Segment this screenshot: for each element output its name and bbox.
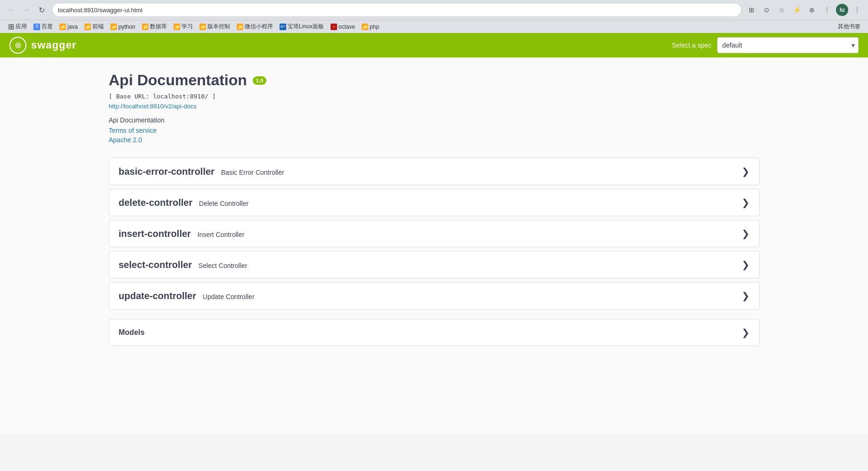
controller-item-insert[interactable]: insert-controller Insert Controller ❯ bbox=[109, 220, 760, 247]
controller-item-delete[interactable]: delete-controller Delete Controller ❯ bbox=[109, 189, 760, 216]
bookmark-study[interactable]: 📁 学习 bbox=[171, 22, 196, 32]
puzzle-icon[interactable]: ⊕ bbox=[806, 4, 818, 16]
chevron-right-icon-insert: ❯ bbox=[742, 228, 750, 239]
bookmark-study-label: 学习 bbox=[182, 23, 193, 31]
bookmark-baidu-label: 百度 bbox=[41, 23, 53, 31]
bookmark-bt[interactable]: BT 宝塔Linux面板 bbox=[277, 22, 327, 32]
reload-button[interactable]: ↻ bbox=[35, 3, 48, 16]
python-folder-icon: 📁 bbox=[110, 24, 117, 30]
bookmark-other[interactable]: 其他书签 bbox=[835, 22, 863, 32]
controller-name-delete: delete-controller bbox=[119, 197, 193, 208]
user-avatar[interactable]: lu bbox=[836, 4, 848, 16]
controller-desc-update: Update Controller bbox=[203, 293, 255, 300]
php-folder-icon: 📁 bbox=[362, 24, 368, 30]
controller-name-group-delete: delete-controller Delete Controller bbox=[119, 197, 249, 208]
bookmark-wechat-label: 微信小程序 bbox=[245, 23, 273, 31]
nav-buttons: ← → ↻ bbox=[5, 3, 48, 16]
controller-row-delete: delete-controller Delete Controller ❯ bbox=[109, 189, 759, 216]
controller-item-select[interactable]: select-controller Select Controller ❯ bbox=[109, 251, 760, 278]
controller-name-update: update-controller bbox=[119, 291, 196, 301]
forward-button[interactable]: → bbox=[20, 3, 33, 16]
swagger-logo-icon: ⊕ bbox=[9, 37, 26, 54]
bookmark-apps-label: 应用 bbox=[16, 23, 27, 31]
lightning-icon[interactable]: ⚡ bbox=[791, 4, 803, 16]
bookmark-octave[interactable]: 🔸 octave bbox=[328, 23, 358, 31]
bookmark-version[interactable]: 📁 版本控制 bbox=[197, 22, 233, 32]
star-icon[interactable]: ☆ bbox=[776, 4, 788, 16]
controller-item-basic-error[interactable]: basic-error-controller Basic Error Contr… bbox=[109, 158, 760, 185]
controller-item-update[interactable]: update-controller Update Controller ❯ bbox=[109, 282, 760, 309]
browser-chrome: ← → ↻ localhost:8910/swagger-ui.html ⊞ ⊙… bbox=[0, 0, 868, 33]
controller-row-update: update-controller Update Controller ❯ bbox=[109, 283, 759, 309]
apps-icon: ⊞ bbox=[8, 24, 14, 30]
bookmark-python-label: python bbox=[118, 24, 135, 30]
version-folder-icon: 📁 bbox=[199, 24, 206, 30]
version-badge: 1.0 bbox=[253, 76, 266, 85]
menu-icon[interactable]: ⋮ bbox=[821, 4, 833, 16]
bookmark-frontend[interactable]: 📁 前端 bbox=[82, 22, 107, 32]
swagger-logo: ⊕ swagger bbox=[9, 37, 672, 54]
controller-desc-select: Select Controller bbox=[198, 262, 248, 269]
controller-name-group: basic-error-controller Basic Error Contr… bbox=[119, 166, 284, 177]
bookmark-apps[interactable]: ⊞ 应用 bbox=[5, 22, 30, 32]
translate-icon[interactable]: ⊙ bbox=[761, 4, 773, 16]
bookmark-python[interactable]: 📁 python bbox=[107, 23, 138, 31]
controller-name-basic-error: basic-error-controller bbox=[119, 166, 215, 177]
controller-desc-delete: Delete Controller bbox=[199, 200, 248, 207]
terms-of-service-link[interactable]: Terms of service bbox=[109, 127, 760, 134]
page-background: Api Documentation 1.0 [ Base URL: localh… bbox=[0, 57, 868, 434]
bookmark-database[interactable]: 📁 数据库 bbox=[139, 22, 170, 32]
bookmark-php[interactable]: 📁 php bbox=[359, 23, 382, 31]
api-info: Api Documentation 1.0 [ Base URL: localh… bbox=[109, 72, 760, 144]
url-text: localhost:8910/swagger-ui.html bbox=[58, 7, 142, 14]
bookmark-other-label: 其他书签 bbox=[838, 23, 860, 31]
bookmark-database-label: 数据库 bbox=[150, 23, 167, 31]
controllers-section: basic-error-controller Basic Error Contr… bbox=[109, 158, 760, 309]
swagger-logo-symbol: ⊕ bbox=[15, 40, 22, 50]
controller-name-select: select-controller bbox=[119, 260, 192, 270]
wechat-folder-icon: 📁 bbox=[237, 24, 243, 30]
spec-label: Select a spec bbox=[672, 41, 711, 49]
browser-toolbar: ← → ↻ localhost:8910/swagger-ui.html ⊞ ⊙… bbox=[0, 0, 868, 20]
bookmark-java[interactable]: 📁 java bbox=[57, 23, 81, 31]
chevron-right-icon-select: ❯ bbox=[742, 259, 750, 270]
api-description: Api Documentation bbox=[109, 116, 760, 124]
bookmark-baidu[interactable]: 百 百度 bbox=[31, 22, 56, 32]
base-url: [ Base URL: localhost:8910/ ] bbox=[109, 93, 760, 100]
more-icon[interactable]: ⋮ bbox=[851, 4, 863, 16]
bookmark-version-label: 版本控制 bbox=[207, 23, 230, 31]
database-folder-icon: 📁 bbox=[142, 24, 149, 30]
controller-name-group-insert: insert-controller Insert Controller bbox=[119, 228, 245, 239]
main-content: Api Documentation 1.0 [ Base URL: localh… bbox=[99, 57, 769, 365]
api-docs-link[interactable]: http://localhost:8910/v2/api-docs bbox=[109, 103, 760, 110]
back-button[interactable]: ← bbox=[5, 3, 18, 16]
controller-name-group-select: select-controller Select Controller bbox=[119, 260, 248, 270]
bt-icon: BT bbox=[280, 24, 286, 30]
models-title: Models bbox=[119, 328, 145, 337]
chevron-right-icon-update: ❯ bbox=[742, 290, 750, 301]
java-folder-icon: 📁 bbox=[59, 24, 66, 30]
chevron-right-icon-basic-error: ❯ bbox=[742, 166, 750, 177]
spec-select[interactable]: default bbox=[717, 37, 859, 53]
bookmark-octave-label: octave bbox=[339, 24, 355, 30]
swagger-header: ⊕ swagger Select a spec default ▾ bbox=[0, 33, 868, 57]
bookmark-java-label: java bbox=[67, 24, 78, 30]
browser-icons: ⊞ ⊙ ☆ ⚡ ⊕ ⋮ lu ⋮ bbox=[745, 4, 863, 16]
bookmarks-bar: ⊞ 应用 百 百度 📁 java 📁 前端 📁 python 📁 数据库 📁 学… bbox=[0, 20, 868, 33]
swagger-logo-text: swagger bbox=[31, 39, 76, 51]
controller-desc-insert: Insert Controller bbox=[198, 231, 245, 238]
license-link[interactable]: Apache 2.0 bbox=[109, 136, 760, 144]
study-folder-icon: 📁 bbox=[174, 24, 180, 30]
swagger-spec-selector: Select a spec default ▾ bbox=[672, 37, 859, 53]
models-row[interactable]: Models ❯ bbox=[109, 319, 759, 346]
bookmark-php-label: php bbox=[370, 24, 379, 30]
bookmark-wechat[interactable]: 📁 微信小程序 bbox=[234, 22, 276, 32]
api-title: Api Documentation bbox=[109, 72, 247, 89]
address-bar[interactable]: localhost:8910/swagger-ui.html bbox=[52, 3, 742, 17]
controller-name-group-update: update-controller Update Controller bbox=[119, 291, 255, 301]
models-section[interactable]: Models ❯ bbox=[109, 319, 760, 346]
grid-icon[interactable]: ⊞ bbox=[745, 4, 758, 16]
chevron-right-icon-models: ❯ bbox=[742, 327, 750, 338]
frontend-folder-icon: 📁 bbox=[84, 24, 91, 30]
api-title-row: Api Documentation 1.0 bbox=[109, 72, 760, 89]
